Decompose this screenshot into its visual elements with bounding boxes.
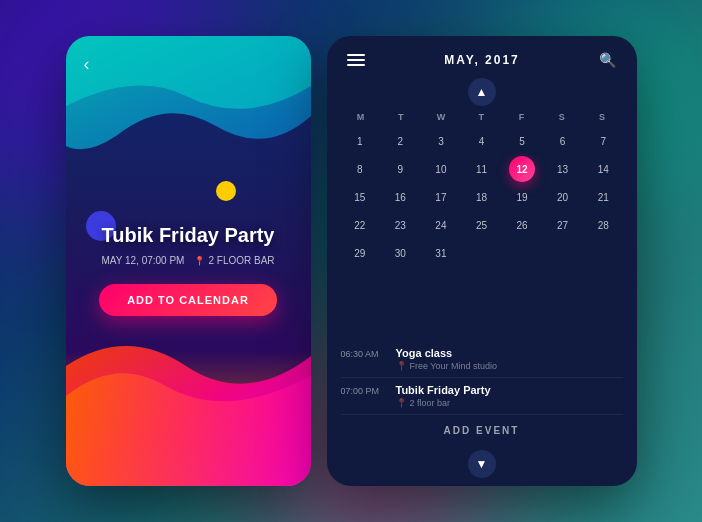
chevron-up-button[interactable]: ▲ bbox=[468, 78, 496, 106]
cal-day[interactable]: 26 bbox=[509, 212, 535, 238]
event-location-text: 2 FLOOR BAR bbox=[208, 255, 274, 266]
cal-day[interactable]: 23 bbox=[387, 212, 413, 238]
cal-day-today[interactable]: 12 bbox=[509, 156, 535, 182]
day-header-m: M bbox=[341, 110, 381, 124]
event-date: MAY 12, 07:00 PM bbox=[101, 255, 184, 266]
cal-day[interactable]: 14 bbox=[590, 156, 616, 182]
cal-day-empty bbox=[590, 240, 616, 266]
pin-icon-small: 📍 bbox=[396, 361, 407, 371]
panels-wrapper: ‹ Tubik Friday Party MAY 12, 07:00 PM 📍 … bbox=[66, 36, 637, 486]
cal-day[interactable]: 9 bbox=[387, 156, 413, 182]
cal-day[interactable]: 8 bbox=[347, 156, 373, 182]
cal-day[interactable]: 11 bbox=[468, 156, 494, 182]
cal-day[interactable]: 13 bbox=[550, 156, 576, 182]
month-title: MAY, 2017 bbox=[444, 53, 520, 67]
cal-day-empty bbox=[550, 240, 576, 266]
event-loc-text-party: 2 floor bar bbox=[410, 398, 451, 408]
cal-day[interactable]: 7 bbox=[590, 128, 616, 154]
cal-day[interactable]: 19 bbox=[509, 184, 535, 210]
event-location-meta: 📍 2 FLOOR BAR bbox=[194, 255, 274, 266]
event-loc-text-yoga: Free Your Mind studio bbox=[410, 361, 498, 371]
search-icon[interactable]: 🔍 bbox=[599, 52, 616, 68]
cal-day[interactable]: 17 bbox=[428, 184, 454, 210]
day-header-f: F bbox=[502, 110, 542, 124]
pin-icon-small-2: 📍 bbox=[396, 398, 407, 408]
cal-day[interactable]: 3 bbox=[428, 128, 454, 154]
day-header-w: W bbox=[421, 110, 461, 124]
event-name-yoga: Yoga class bbox=[396, 347, 623, 359]
chevron-up-area: ▲ bbox=[327, 76, 637, 110]
cal-day[interactable]: 1 bbox=[347, 128, 373, 154]
event-info-yoga: Yoga class 📍 Free Your Mind studio bbox=[396, 347, 623, 371]
cal-day[interactable]: 6 bbox=[550, 128, 576, 154]
cal-day[interactable]: 29 bbox=[347, 240, 373, 266]
cal-day[interactable]: 30 bbox=[387, 240, 413, 266]
calendar-header: MAY, 2017 🔍 bbox=[327, 36, 637, 76]
back-button[interactable]: ‹ bbox=[84, 54, 90, 75]
menu-icon[interactable] bbox=[347, 54, 365, 66]
add-event-button[interactable]: ADD EVENT bbox=[327, 415, 637, 446]
right-panel: MAY, 2017 🔍 ▲ M T W T F S S 1 2 bbox=[327, 36, 637, 486]
left-panel: ‹ Tubik Friday Party MAY 12, 07:00 PM 📍 … bbox=[66, 36, 311, 486]
cal-day[interactable]: 10 bbox=[428, 156, 454, 182]
calendar-grid: M T W T F S S 1 2 3 4 5 6 7 8 9 10 bbox=[327, 110, 637, 333]
chevron-down-area: ▼ bbox=[327, 446, 637, 486]
calendar-days: 1 2 3 4 5 6 7 8 9 10 11 12 13 14 15 16 1… bbox=[341, 128, 623, 266]
cal-day[interactable]: 21 bbox=[590, 184, 616, 210]
cal-day[interactable]: 27 bbox=[550, 212, 576, 238]
event-time-party: 07:00 PM bbox=[341, 384, 386, 396]
day-header-s2: S bbox=[582, 110, 622, 124]
cal-day[interactable]: 31 bbox=[428, 240, 454, 266]
top-wave bbox=[66, 36, 311, 196]
add-to-calendar-button[interactable]: ADD TO CALENDAR bbox=[99, 284, 277, 316]
chevron-down-button[interactable]: ▼ bbox=[468, 450, 496, 478]
cal-day-empty bbox=[509, 240, 535, 266]
cal-day[interactable]: 20 bbox=[550, 184, 576, 210]
deco-circle-yellow bbox=[216, 181, 236, 201]
cal-day[interactable]: 22 bbox=[347, 212, 373, 238]
cal-day[interactable]: 28 bbox=[590, 212, 616, 238]
event-name-party: Tubik Friday Party bbox=[396, 384, 623, 396]
cal-day[interactable]: 18 bbox=[468, 184, 494, 210]
menu-line-1 bbox=[347, 54, 365, 56]
cal-day[interactable]: 25 bbox=[468, 212, 494, 238]
event-location-party: 📍 2 floor bar bbox=[396, 398, 623, 408]
chevron-up-icon: ▲ bbox=[476, 86, 488, 98]
event-meta: MAY 12, 07:00 PM 📍 2 FLOOR BAR bbox=[101, 255, 274, 266]
cal-day[interactable]: 5 bbox=[509, 128, 535, 154]
cal-day[interactable]: 4 bbox=[468, 128, 494, 154]
cal-day-empty bbox=[468, 240, 494, 266]
cal-day[interactable]: 24 bbox=[428, 212, 454, 238]
event-item-party[interactable]: 07:00 PM Tubik Friday Party 📍 2 floor ba… bbox=[341, 378, 623, 415]
pin-icon: 📍 bbox=[194, 256, 205, 266]
event-title: Tubik Friday Party bbox=[101, 223, 274, 247]
left-panel-content: Tubik Friday Party MAY 12, 07:00 PM 📍 2 … bbox=[66, 223, 311, 316]
event-time-yoga: 06:30 AM bbox=[341, 347, 386, 359]
event-info-party: Tubik Friday Party 📍 2 floor bar bbox=[396, 384, 623, 408]
event-item-yoga[interactable]: 06:30 AM Yoga class 📍 Free Your Mind stu… bbox=[341, 341, 623, 378]
chevron-down-icon: ▼ bbox=[476, 457, 488, 471]
cal-day[interactable]: 15 bbox=[347, 184, 373, 210]
add-event-label: ADD EVENT bbox=[444, 425, 520, 436]
cal-day[interactable]: 2 bbox=[387, 128, 413, 154]
events-section: 06:30 AM Yoga class 📍 Free Your Mind stu… bbox=[327, 333, 637, 415]
day-header-s1: S bbox=[542, 110, 582, 124]
menu-line-3 bbox=[347, 64, 365, 66]
cal-day[interactable]: 16 bbox=[387, 184, 413, 210]
bottom-wave bbox=[66, 306, 311, 486]
menu-line-2 bbox=[347, 59, 365, 61]
event-location-yoga: 📍 Free Your Mind studio bbox=[396, 361, 623, 371]
day-header-t1: T bbox=[381, 110, 421, 124]
day-headers: M T W T F S S bbox=[341, 110, 623, 124]
day-header-t2: T bbox=[461, 110, 501, 124]
